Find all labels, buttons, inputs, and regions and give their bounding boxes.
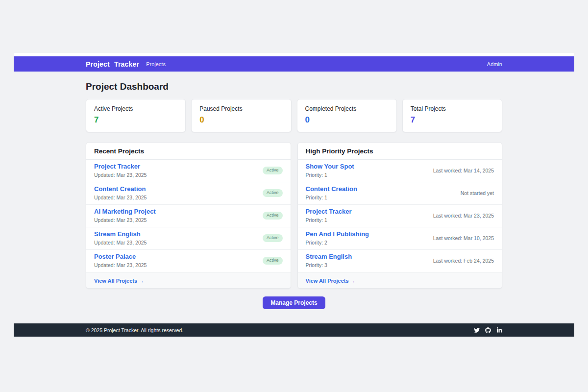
list-item[interactable]: Poster Palace Updated: Mar 23, 2025 Acti… <box>86 250 291 272</box>
navbar: Project Tracker Projects Admin <box>14 56 574 72</box>
nav-item-projects[interactable]: Projects <box>146 61 166 67</box>
project-link[interactable]: Show Your Spot <box>306 163 354 171</box>
actions-row: Manage Projects <box>86 296 502 309</box>
footer: © 2025 Project Tracker. All rights reser… <box>14 323 574 337</box>
view-all-projects-link[interactable]: View All Projects → <box>306 278 356 284</box>
social-links <box>474 327 502 333</box>
github-icon[interactable] <box>485 327 491 333</box>
last-worked-text: Last worked: Mar 14, 2025 <box>433 168 494 173</box>
high-priority-list: Show Your Spot Priority: 1 Last worked: … <box>298 160 502 272</box>
list-item[interactable]: Stream English Updated: Mar 23, 2025 Act… <box>86 227 291 250</box>
last-worked-text: Last worked: Mar 23, 2025 <box>433 213 494 219</box>
copyright-text: © 2025 Project Tracker. All rights reser… <box>86 327 183 333</box>
project-updated: Updated: Mar 23, 2025 <box>94 172 147 178</box>
project-link[interactable]: Stream English <box>94 230 147 238</box>
project-updated: Updated: Mar 23, 2025 <box>94 195 147 201</box>
high-priority-panel-footer: View All Projects → <box>298 272 502 288</box>
high-priority-panel-header: High Priority Projects <box>298 143 502 160</box>
last-worked-text: Last worked: Mar 10, 2025 <box>433 235 494 241</box>
recent-projects-list: Project Tracker Updated: Mar 23, 2025 Ac… <box>86 160 291 272</box>
project-priority: Priority: 2 <box>306 240 369 246</box>
project-link[interactable]: AI Marketing Project <box>94 208 156 216</box>
project-link[interactable]: Poster Palace <box>94 253 147 261</box>
stat-card-total: Total Projects 7 <box>402 99 502 132</box>
status-badge: Active <box>263 234 283 242</box>
stat-label: Paused Projects <box>199 105 283 112</box>
stat-value-paused: 0 <box>199 115 283 125</box>
list-item[interactable]: Project Tracker Priority: 1 Last worked:… <box>298 205 502 227</box>
project-updated: Updated: Mar 23, 2025 <box>94 240 147 246</box>
view-all-projects-link[interactable]: View All Projects → <box>94 278 144 284</box>
project-link[interactable]: Project Tracker <box>306 208 352 216</box>
stat-card-active: Active Projects 7 <box>86 99 186 132</box>
manage-projects-button[interactable]: Manage Projects <box>263 296 325 309</box>
page-title: Project Dashboard <box>86 81 502 92</box>
status-badge: Active <box>263 257 283 265</box>
project-link[interactable]: Stream English <box>306 253 352 261</box>
status-badge: Active <box>263 189 283 197</box>
page-top-strip <box>14 53 574 56</box>
list-item[interactable]: Stream English Priority: 3 Last worked: … <box>298 250 502 272</box>
panels-row: Recent Projects Project Tracker Updated:… <box>86 142 502 289</box>
panel-title: High Priority Projects <box>306 147 373 155</box>
recent-panel-header: Recent Projects <box>86 143 291 160</box>
list-item[interactable]: AI Marketing Project Updated: Mar 23, 20… <box>86 205 291 227</box>
container: Project Dashboard Active Projects 7 Paus… <box>86 81 502 309</box>
recent-panel-footer: View All Projects → <box>86 272 291 288</box>
project-link[interactable]: Pen And I Publishing <box>306 230 369 238</box>
list-item[interactable]: Pen And I Publishing Priority: 2 Last wo… <box>298 227 502 250</box>
project-updated: Updated: Mar 23, 2025 <box>94 262 147 269</box>
last-worked-text: Last worked: Feb 24, 2025 <box>433 258 494 264</box>
app-canvas: Project Tracker Projects Admin Project D… <box>0 0 588 392</box>
status-badge: Active <box>263 167 283 174</box>
twitter-icon[interactable] <box>474 327 480 333</box>
project-priority: Priority: 1 <box>306 195 357 201</box>
list-item[interactable]: Content Creation Updated: Mar 23, 2025 A… <box>86 182 291 205</box>
footer-inner: © 2025 Project Tracker. All rights reser… <box>86 323 502 337</box>
stat-label: Total Projects <box>411 105 494 112</box>
list-item[interactable]: Project Tracker Updated: Mar 23, 2025 Ac… <box>86 160 291 182</box>
project-link[interactable]: Content Creation <box>94 185 147 193</box>
navbar-inner: Project Tracker Projects Admin <box>86 56 502 72</box>
nav-item-admin[interactable]: Admin <box>487 61 502 67</box>
high-priority-panel: High Priority Projects Show Your Spot Pr… <box>297 142 503 289</box>
stat-card-paused: Paused Projects 0 <box>191 99 291 132</box>
last-worked-text: Not started yet <box>461 190 494 196</box>
list-item[interactable]: Content Creation Priority: 1 Not started… <box>298 182 502 205</box>
stat-value-total: 7 <box>411 115 494 125</box>
project-priority: Priority: 3 <box>306 262 352 269</box>
status-badge: Active <box>263 212 283 220</box>
stat-label: Active Projects <box>94 105 177 112</box>
panel-title: Recent Projects <box>94 147 144 155</box>
brand-title[interactable]: Project Tracker <box>86 60 139 68</box>
project-priority: Priority: 1 <box>306 172 354 178</box>
stat-label: Completed Projects <box>305 105 389 112</box>
main-content: Project Dashboard Active Projects 7 Paus… <box>0 72 588 309</box>
project-updated: Updated: Mar 23, 2025 <box>94 217 156 223</box>
stats-row: Active Projects 7 Paused Projects 0 Comp… <box>86 99 502 132</box>
project-link[interactable]: Project Tracker <box>94 163 147 171</box>
project-priority: Priority: 1 <box>306 217 352 223</box>
stat-card-completed: Completed Projects 0 <box>297 99 397 132</box>
recent-projects-panel: Recent Projects Project Tracker Updated:… <box>86 142 291 289</box>
stat-value-completed: 0 <box>305 115 389 125</box>
linkedin-icon[interactable] <box>496 327 502 333</box>
list-item[interactable]: Show Your Spot Priority: 1 Last worked: … <box>298 160 502 182</box>
project-link[interactable]: Content Creation <box>306 185 357 193</box>
stat-value-active: 7 <box>94 115 177 125</box>
